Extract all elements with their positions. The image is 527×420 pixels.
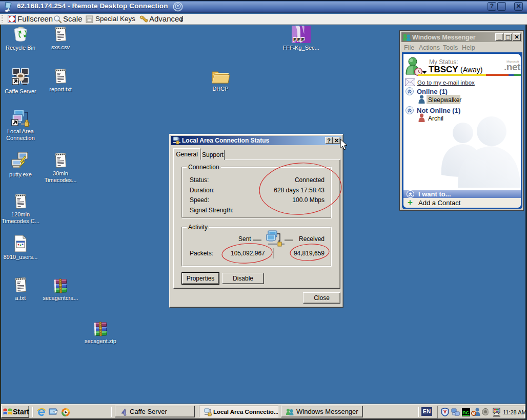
svg-text:nc: nc: [462, 409, 469, 415]
svg-text:FFF: FFF: [293, 36, 305, 42]
